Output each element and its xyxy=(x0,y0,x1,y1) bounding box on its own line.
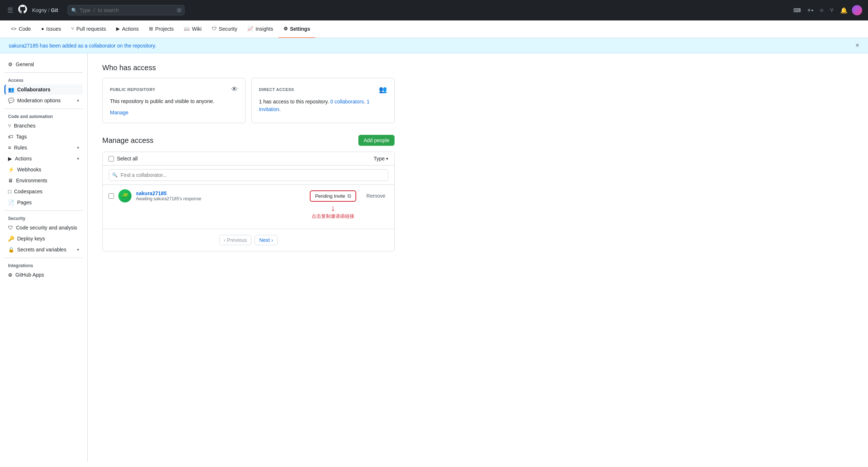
sidebar-item-actions[interactable]: ▶ Actions ▾ xyxy=(4,153,83,164)
chevron-down-icon: ▾ xyxy=(811,8,813,12)
pages-icon: 📄 xyxy=(8,200,14,205)
breadcrumb: Kogny / Git xyxy=(32,7,58,13)
sidebar-item-general[interactable]: ⚙ General xyxy=(4,59,83,69)
sidebar-collaborators-label: Collaborators xyxy=(17,87,50,92)
tab-pullrequests[interactable]: ⑂ Pull requests xyxy=(66,20,111,38)
sidebar-item-collaborators[interactable]: 👥 Collaborators xyxy=(4,84,83,95)
sidebar-section-access: Access xyxy=(4,76,83,84)
notifications-button[interactable]: 🔔 xyxy=(838,5,850,16)
type-filter-button[interactable]: Type ▾ xyxy=(374,156,388,162)
tab-settings-label: Settings xyxy=(290,26,310,32)
next-page-button[interactable]: Next › xyxy=(255,235,278,245)
sidebar-codespaces-label: Codespaces xyxy=(14,189,42,194)
rules-chevron-icon: ▾ xyxy=(77,145,79,150)
sidebar-tags-label: Tags xyxy=(16,134,27,140)
access-table: Select all Type ▾ 🔍 🧩 sakura2718 xyxy=(102,152,395,251)
direct-access-desc: 1 has access to this repository. 0 colla… xyxy=(259,98,387,113)
people-access-icon: 👥 xyxy=(379,86,387,94)
issues-icon: ● xyxy=(41,26,44,31)
sidebar-pages-label: Pages xyxy=(17,200,32,205)
sidebar-general-label: General xyxy=(16,61,34,67)
terminal-button[interactable]: ⌨ xyxy=(791,5,803,15)
tab-issues[interactable]: ● Issues xyxy=(36,20,66,38)
tab-settings[interactable]: ⚙ Settings xyxy=(278,20,315,38)
sidebar-rules-label: Rules xyxy=(14,145,27,151)
select-all-label: Select all xyxy=(117,156,138,162)
tab-actions[interactable]: ▶ Actions xyxy=(111,20,144,38)
tab-security[interactable]: 🛡 Security xyxy=(207,20,243,38)
sidebar-item-code-security[interactable]: 🛡 Code security and analysis xyxy=(4,223,83,233)
codespaces-icon: □ xyxy=(8,189,11,194)
previous-label: Previous xyxy=(227,237,247,243)
eye-icon: 👁 xyxy=(231,86,238,93)
manage-link[interactable]: Manage xyxy=(110,110,129,115)
sidebar-item-webhooks[interactable]: ⚡ Webhooks xyxy=(4,164,83,175)
collab-select-checkbox[interactable] xyxy=(108,193,114,199)
close-notification-button[interactable]: × xyxy=(855,42,859,49)
new-button[interactable]: + ▾ xyxy=(805,5,815,16)
repo-link[interactable]: Git xyxy=(51,7,58,13)
chevron-right-icon: › xyxy=(271,237,273,243)
tab-code[interactable]: <> Code xyxy=(6,20,36,38)
plus-icon: + xyxy=(807,7,811,14)
code-icon: <> xyxy=(11,26,16,31)
collab-avatar: 🧩 xyxy=(118,189,132,202)
tab-pr-label: Pull requests xyxy=(76,26,106,32)
avatar[interactable] xyxy=(852,5,862,15)
search-icon: 🔍 xyxy=(71,8,77,13)
search-input[interactable] xyxy=(68,5,184,15)
sidebar-item-deploy-keys[interactable]: 🔑 Deploy keys xyxy=(4,234,83,244)
gear-icon: ⚙ xyxy=(283,26,288,31)
sidebar-deploy-keys-label: Deploy keys xyxy=(17,236,45,242)
branch-icon: ⑂ xyxy=(8,123,11,129)
find-collab-search-icon: 🔍 xyxy=(112,172,118,178)
notification-message: sakura27185 has been added as a collabor… xyxy=(9,43,156,49)
collab-info: sakura27185 Awaiting sakura27185's respo… xyxy=(136,190,305,201)
sidebar-item-tags[interactable]: 🏷 Tags xyxy=(4,132,83,142)
pr-icon: ⑂ xyxy=(71,26,74,31)
tab-insights[interactable]: 📈 Insights xyxy=(242,20,278,38)
tab-projects[interactable]: ⊞ Projects xyxy=(144,20,179,38)
pullrequest-button[interactable]: ⑂ xyxy=(828,5,836,16)
remove-button[interactable]: Remove xyxy=(363,191,388,200)
direct-access-type-label: Direct access xyxy=(259,87,294,92)
sidebar-item-environments[interactable]: 🖥 Environments xyxy=(4,175,83,186)
tab-wiki-label: Wiki xyxy=(192,26,201,32)
find-collaborator-input[interactable] xyxy=(108,169,388,181)
book-icon: 📖 xyxy=(184,26,190,31)
sidebar-item-rules[interactable]: ≡ Rules ▾ xyxy=(4,143,83,153)
public-repo-desc: This repository is public and visible to… xyxy=(110,98,238,105)
pending-invite-button[interactable]: Pending Invite ⧉ xyxy=(310,190,356,202)
collaborator-row: 🧩 sakura27185 Awaiting sakura27185's res… xyxy=(103,185,394,207)
gear-icon: ⚙ xyxy=(8,61,13,67)
org-link[interactable]: Kogny xyxy=(32,7,47,13)
sidebar-webhooks-label: Webhooks xyxy=(17,167,41,172)
add-people-button[interactable]: Add people xyxy=(358,135,395,146)
sidebar-moderation-label: Moderation options xyxy=(17,98,61,103)
sidebar-item-pages[interactable]: 📄 Pages xyxy=(4,197,83,208)
collaborators-link[interactable]: 0 collaborators xyxy=(330,99,364,105)
sidebar-item-moderation[interactable]: 💬 Moderation options ▾ xyxy=(4,95,83,106)
tab-wiki[interactable]: 📖 Wiki xyxy=(179,20,206,38)
sidebar-item-codespaces[interactable]: □ Codespaces xyxy=(4,186,83,197)
sidebar-item-github-apps[interactable]: ⊕ GitHub Apps xyxy=(4,270,83,280)
hamburger-button[interactable]: ☰ xyxy=(6,5,15,16)
direct-access-card: Direct access 👥 1 has access to this rep… xyxy=(251,78,395,123)
issues-button[interactable]: ○ xyxy=(818,5,826,16)
app-icon: ⊕ xyxy=(8,272,12,278)
moderation-chevron-icon: ▾ xyxy=(77,98,79,103)
sidebar-section-integrations: Integrations xyxy=(4,261,83,270)
actions-play-icon: ▶ xyxy=(8,156,12,162)
select-all-checkbox[interactable] xyxy=(108,156,114,162)
people-icon: 👥 xyxy=(8,87,14,92)
sidebar-code-security-label: Code security and analysis xyxy=(16,225,77,231)
sidebar-item-secrets[interactable]: 🔒 Secrets and variables ▾ xyxy=(4,244,83,255)
who-has-access-title: Who has access xyxy=(102,64,395,72)
search-slash-icon: / xyxy=(177,8,182,12)
search-box[interactable]: 🔍 / xyxy=(68,5,184,15)
grid-icon: ⊞ xyxy=(149,26,153,31)
sidebar-item-branches[interactable]: ⑂ Branches xyxy=(4,121,83,131)
sidebar: ⚙ General Access 👥 Collaborators 💬 Moder… xyxy=(0,53,88,462)
previous-page-button[interactable]: ‹ Previous xyxy=(219,235,252,245)
play-icon: ▶ xyxy=(116,26,120,31)
